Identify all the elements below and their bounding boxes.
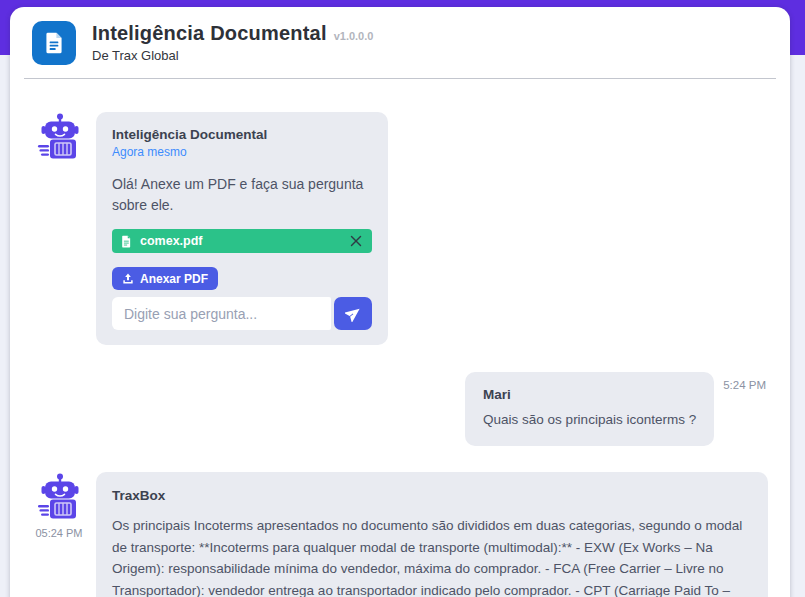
robot-avatar-icon xyxy=(36,472,82,520)
user-message: Mari Quais são os principais iconterms ?… xyxy=(35,372,768,446)
attached-file-chip: comex.pdf xyxy=(112,229,372,253)
upload-icon xyxy=(122,273,134,285)
app-header: Inteligência Documental v1.0.0.0 De Trax… xyxy=(10,7,790,78)
bot-answer-message: 05:24 PM TraxBox Os principais Incoterms… xyxy=(35,472,768,597)
attached-file-name: comex.pdf xyxy=(140,234,203,248)
robot-avatar-icon xyxy=(36,112,82,160)
send-button[interactable] xyxy=(334,297,372,330)
page-title: Inteligência Documental xyxy=(92,22,327,45)
document-icon xyxy=(32,21,76,65)
welcome-bubble: Inteligência Documental Agora mesmo Olá!… xyxy=(96,112,388,345)
anexar-pdf-label: Anexar PDF xyxy=(140,272,208,286)
remove-file-icon[interactable] xyxy=(348,233,364,249)
anexar-pdf-button[interactable]: Anexar PDF xyxy=(112,267,218,290)
answer-bubble: TraxBox Os principais Incoterms apresent… xyxy=(96,472,768,597)
user-name: Mari xyxy=(483,387,696,402)
header-text: Inteligência Documental v1.0.0.0 De Trax… xyxy=(92,21,373,63)
bot-answer-name: TraxBox xyxy=(112,488,752,503)
bot-answer-timestamp: 05:24 PM xyxy=(35,527,82,539)
bot-name: Inteligência Documental xyxy=(112,127,372,142)
user-question-text: Quais são os principais iconterms ? xyxy=(483,409,696,430)
question-input[interactable] xyxy=(112,297,331,330)
question-input-row xyxy=(112,297,372,330)
pdf-file-icon xyxy=(120,235,133,248)
welcome-text: Olá! Anexe um PDF e faça sua pergunta so… xyxy=(112,174,372,216)
welcome-timestamp: Agora mesmo xyxy=(112,145,372,159)
chat-area: Inteligência Documental Agora mesmo Olá!… xyxy=(10,79,790,597)
send-icon xyxy=(345,305,362,322)
app-window: Inteligência Documental v1.0.0.0 De Trax… xyxy=(10,7,790,597)
bot-answer-text: Os principais Incoterms apresentados no … xyxy=(112,515,752,597)
user-message-timestamp: 5:24 PM xyxy=(723,379,766,391)
page-subtitle: De Trax Global xyxy=(92,48,373,63)
user-bubble: Mari Quais são os principais iconterms ? xyxy=(465,372,714,446)
bot-welcome-message: Inteligência Documental Agora mesmo Olá!… xyxy=(35,112,768,345)
version-badge: v1.0.0.0 xyxy=(334,30,374,42)
